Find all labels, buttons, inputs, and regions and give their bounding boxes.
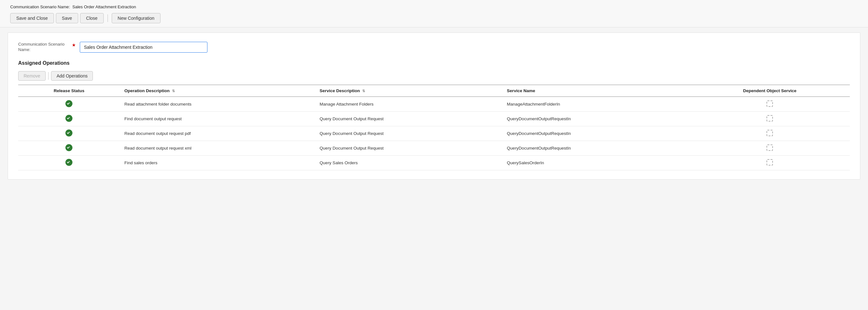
cell-release-status — [18, 126, 120, 141]
scenario-name-field-row: Communication Scenario Name: ★ — [18, 42, 850, 53]
cell-release-status — [18, 97, 120, 112]
toolbar: Save and Close Save Close New Configurat… — [10, 13, 858, 23]
cell-operation-description: Read attachment folder documents — [120, 97, 315, 112]
cell-service-name: QueryDocumentOutputRequestIn — [502, 126, 690, 141]
remove-button: Remove — [18, 71, 45, 81]
cell-dependent-object-service[interactable] — [690, 112, 850, 126]
field-label: Communication Scenario Name: — [18, 42, 69, 53]
cell-service-description: Query Sales Orders — [315, 156, 503, 170]
operations-table: Release Status Operation Description ⇅ S… — [18, 84, 850, 170]
cell-service-description: Query Document Output Request — [315, 112, 503, 126]
dependent-service-checkbox[interactable] — [767, 115, 773, 122]
table-toolbar-separator — [48, 72, 49, 80]
cell-operation-description: Read document output request xml — [120, 141, 315, 156]
scenario-name-value: Sales Order Attachment Extraction — [72, 4, 136, 9]
cell-service-name: ManageAttachmentFolderIn — [502, 97, 690, 112]
active-status-icon — [65, 100, 72, 107]
toolbar-separator — [107, 14, 108, 22]
dependent-service-checkbox[interactable] — [767, 130, 773, 136]
required-indicator: ★ — [72, 42, 76, 47]
cell-release-status — [18, 156, 120, 170]
cell-dependent-object-service[interactable] — [690, 156, 850, 170]
cell-dependent-object-service[interactable] — [690, 141, 850, 156]
table-row: Read attachment folder documentsManage A… — [18, 97, 850, 112]
cell-operation-description: Read document output request pdf — [120, 126, 315, 141]
main-content: Communication Scenario Name: ★ Assigned … — [8, 33, 860, 179]
cell-dependent-object-service[interactable] — [690, 126, 850, 141]
active-status-icon — [65, 159, 72, 166]
cell-service-description: Query Document Output Request — [315, 126, 503, 141]
cell-service-name: QuerySalesOrderIn — [502, 156, 690, 170]
dependent-service-checkbox[interactable] — [767, 144, 773, 151]
add-operations-button[interactable]: Add Operations — [51, 71, 93, 81]
save-button[interactable]: Save — [56, 13, 78, 23]
cell-service-description: Manage Attachment Folders — [315, 97, 503, 112]
sort-operation-description-icon[interactable]: ⇅ — [172, 89, 175, 93]
dependent-service-checkbox[interactable] — [767, 159, 773, 166]
table-header-row: Release Status Operation Description ⇅ S… — [18, 85, 850, 97]
scenario-name-input[interactable] — [80, 42, 208, 53]
col-header-dependent-object-service: Dependent Object Service — [690, 85, 850, 97]
cell-service-name: QueryDocumentOutputRequestIn — [502, 141, 690, 156]
cell-operation-description: Find sales orders — [120, 156, 315, 170]
save-close-button[interactable]: Save and Close — [10, 13, 54, 23]
table-row: Find sales ordersQuery Sales OrdersQuery… — [18, 156, 850, 170]
col-header-operation-description: Operation Description ⇅ — [120, 85, 315, 97]
table-toolbar: Remove Add Operations — [18, 71, 850, 81]
assigned-operations-section: Assigned Operations Remove Add Operation… — [18, 60, 850, 170]
table-row: Read document output request pdfQuery Do… — [18, 126, 850, 141]
cell-release-status — [18, 112, 120, 126]
cell-operation-description: Find document output request — [120, 112, 315, 126]
scenario-name-header: Communication Scenario Name: Sales Order… — [10, 4, 858, 9]
sort-service-description-icon[interactable]: ⇅ — [362, 89, 365, 93]
col-header-service-description: Service Description ⇅ — [315, 85, 503, 97]
table-row: Read document output request xmlQuery Do… — [18, 141, 850, 156]
cell-service-description: Query Document Output Request — [315, 141, 503, 156]
cell-service-name: QueryDocumentOutputRequestIn — [502, 112, 690, 126]
cell-release-status — [18, 141, 120, 156]
active-status-icon — [65, 144, 72, 151]
table-row: Find document output requestQuery Docume… — [18, 112, 850, 126]
close-button[interactable]: Close — [80, 13, 104, 23]
col-header-release-status: Release Status — [18, 85, 120, 97]
scenario-name-label: Communication Scenario Name: — [10, 4, 70, 9]
header-top-bar: Communication Scenario Name: Sales Order… — [0, 0, 868, 27]
cell-dependent-object-service[interactable] — [690, 97, 850, 112]
section-title: Assigned Operations — [18, 60, 850, 66]
col-header-service-name: Service Name — [502, 85, 690, 97]
dependent-service-checkbox[interactable] — [767, 100, 773, 107]
active-status-icon — [65, 130, 72, 137]
new-configuration-button[interactable]: New Configuration — [112, 13, 160, 23]
active-status-icon — [65, 115, 72, 122]
